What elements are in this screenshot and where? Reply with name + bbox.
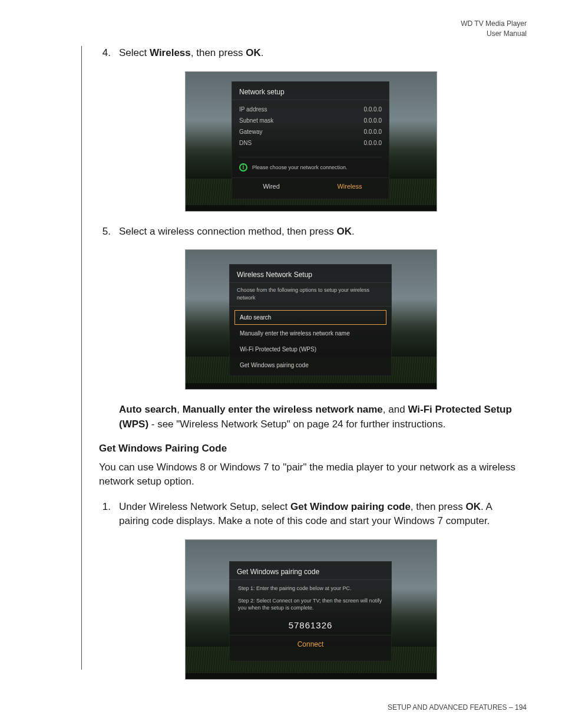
- wireless-setup-panel: Wireless Network Setup Choose from the f…: [229, 264, 392, 376]
- pairing-code-panel: Get Windows pairing code Step 1: Enter t…: [229, 561, 392, 661]
- pairing-code-value: 57861326: [230, 620, 391, 635]
- text: ,: [177, 404, 182, 415]
- label: DNS: [239, 140, 252, 146]
- option-auto-search[interactable]: Auto search: [234, 310, 386, 325]
- bold-wireless: Wireless: [150, 47, 191, 58]
- bold-manual: Manually enter the wireless network name: [183, 404, 383, 415]
- bold-ok: OK: [246, 47, 261, 58]
- header-line-2: User Manual: [461, 29, 527, 39]
- connection-type-buttons: Wired Wireless: [232, 177, 389, 195]
- text: , and: [383, 404, 408, 415]
- text: .: [352, 226, 355, 237]
- row-gateway: Gateway0.0.0.0: [239, 126, 382, 137]
- panel-title: Get Windows pairing code: [230, 562, 391, 580]
- text: Under Wireless Network Setup, select: [119, 501, 290, 512]
- option-windows-pairing[interactable]: Get Windows pairing code: [234, 358, 386, 373]
- step-4: 4. Select Wireless, then press OK.: [99, 46, 523, 61]
- value: 0.0.0.0: [363, 117, 382, 124]
- options-list: Auto search Manually enter the wireless …: [230, 307, 391, 375]
- text: , then press: [191, 47, 246, 58]
- screenshot-wireless-setup: Wireless Network Setup Choose from the f…: [185, 249, 437, 390]
- label: IP address: [239, 106, 267, 113]
- panel-subtitle: Choose from the following options to set…: [230, 282, 391, 307]
- panel-title: Network setup: [232, 82, 389, 100]
- network-info-list: IP address0.0.0.0 Subnet mask0.0.0.0 Gat…: [232, 100, 389, 149]
- header-line-1: WD TV Media Player: [461, 19, 527, 29]
- option-wps[interactable]: Wi-Fi Protected Setup (WPS): [234, 342, 386, 357]
- footer-page-number: 194: [515, 703, 527, 711]
- bold-ok: OK: [336, 226, 352, 237]
- page-footer: SETUP AND ADVANCED FEATURES – 194: [388, 703, 527, 711]
- info-icon: i: [239, 163, 247, 172]
- section-body-paragraph: You can use Windows 8 or Windows 7 to "p…: [99, 460, 523, 489]
- row-subnet: Subnet mask0.0.0.0: [239, 115, 382, 126]
- pairing-step-1: 1. Under Wireless Network Setup, select …: [99, 500, 523, 529]
- row-dns: DNS0.0.0.0: [239, 137, 382, 149]
- step-text: Under Wireless Network Setup, select Get…: [119, 500, 523, 529]
- footer-section: SETUP AND ADVANCED FEATURES: [388, 703, 507, 711]
- row-ip: IP address0.0.0.0: [239, 104, 382, 115]
- text: Select a wireless connection method, the…: [119, 226, 336, 237]
- page-header: WD TV Media Player User Manual: [461, 19, 527, 39]
- page-content: 4. Select Wireless, then press OK. Netwo…: [99, 46, 523, 693]
- text: , then press: [411, 501, 466, 512]
- info-text: Please choose your network connection.: [252, 164, 348, 170]
- pairing-step1-text: Step 1: Enter the pairing code below at …: [230, 580, 391, 592]
- footer-sep: –: [507, 703, 515, 711]
- screenshot-network-setup: Network setup IP address0.0.0.0 Subnet m…: [185, 71, 437, 212]
- text: - see "Wireless Network Setup" on page 2…: [148, 419, 445, 430]
- text: Select: [119, 47, 150, 58]
- bold-auto-search: Auto search: [119, 404, 177, 415]
- step-text: Select Wireless, then press OK.: [119, 46, 523, 61]
- bold-get-pairing: Get Window pairing code: [290, 501, 411, 512]
- connect-button[interactable]: Connect: [230, 635, 391, 653]
- value: 0.0.0.0: [363, 140, 382, 146]
- value: 0.0.0.0: [363, 106, 382, 113]
- panel-title: Wireless Network Setup: [230, 265, 391, 282]
- step-number: 4.: [99, 46, 111, 61]
- label: Subnet mask: [239, 117, 273, 124]
- step-number: 1.: [99, 500, 111, 529]
- pairing-step2-text: Step 2: Select Connect on your TV; then …: [230, 592, 391, 612]
- section-heading-pairing-code: Get Windows Pairing Code: [99, 443, 523, 454]
- network-setup-panel: Network setup IP address0.0.0.0 Subnet m…: [232, 81, 389, 199]
- left-margin-rule: [81, 46, 82, 670]
- label: Gateway: [239, 129, 262, 135]
- step-text: Select a wireless connection method, the…: [119, 225, 523, 239]
- value: 0.0.0.0: [363, 129, 382, 135]
- step-number: 5.: [99, 225, 111, 239]
- option-manual-name[interactable]: Manually enter the wireless network name: [234, 326, 386, 341]
- info-message: i Please choose your network connection.: [239, 157, 382, 172]
- screenshot-pairing-code: Get Windows pairing code Step 1: Enter t…: [185, 539, 437, 680]
- wireless-button[interactable]: Wireless: [310, 178, 389, 195]
- bold-ok: OK: [465, 501, 481, 512]
- text: .: [261, 47, 264, 58]
- wired-button[interactable]: Wired: [232, 178, 310, 195]
- step-5: 5. Select a wireless connection method, …: [99, 225, 523, 239]
- options-explanation-paragraph: Auto search, Manually enter the wireless…: [119, 403, 523, 431]
